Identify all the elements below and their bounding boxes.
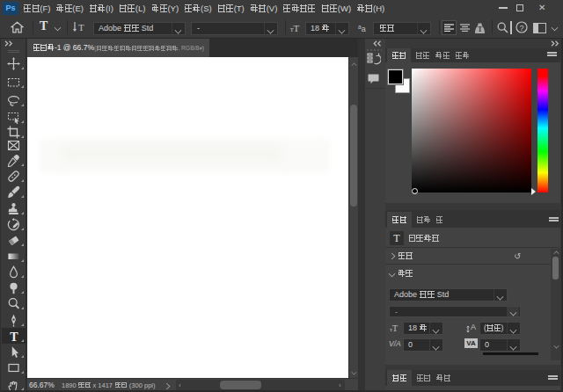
svg-text:?: ? (520, 24, 524, 33)
svg-text:T: T (78, 22, 84, 33)
svg-text:T: T (478, 25, 483, 33)
svg-text:A: A (471, 323, 476, 331)
svg-text:T: T (10, 330, 18, 343)
